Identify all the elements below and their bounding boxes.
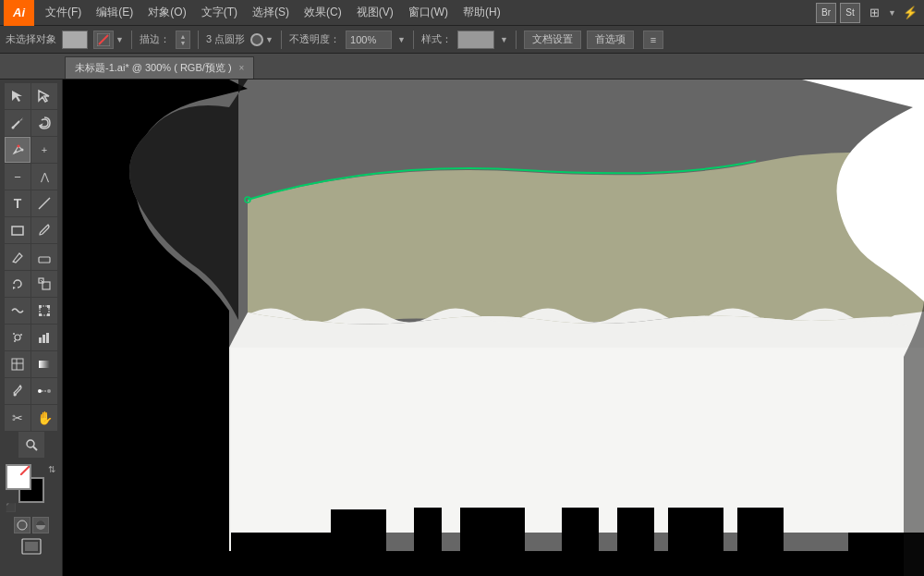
style-arrow: ▼ (500, 35, 508, 44)
menu-help[interactable]: 帮助(H) (456, 0, 508, 26)
no-selection-label: 未选择对象 (6, 32, 56, 46)
reset-colors-button[interactable]: ⬛ (6, 503, 16, 512)
svg-point-31 (14, 394, 17, 397)
eyedropper-tool[interactable] (5, 378, 30, 404)
stroke-width-control[interactable]: ▲ ▼ (176, 31, 190, 49)
search-icon[interactable]: ⚡ (900, 3, 920, 23)
svg-point-38 (18, 521, 27, 530)
rectangle-tool[interactable] (5, 217, 30, 243)
svg-point-4 (12, 127, 15, 129)
zoom-tool[interactable] (18, 432, 44, 458)
screen-mode-button[interactable] (21, 538, 42, 558)
normal-mode-button[interactable] (14, 517, 30, 533)
menu-file[interactable]: 文件(F) (38, 0, 89, 26)
point-type-dropdown[interactable]: ▼ (250, 33, 274, 46)
svg-line-7 (39, 198, 50, 209)
opacity-input[interactable] (346, 31, 392, 49)
sep5 (516, 31, 517, 49)
menu-object[interactable]: 对象(O) (140, 0, 193, 26)
svg-point-21 (13, 333, 15, 335)
stroke-swatch[interactable] (93, 31, 114, 49)
quick-mask-button[interactable] (32, 517, 49, 533)
direct-selection-tool[interactable] (31, 83, 57, 109)
scissors-tool[interactable]: ✂ (5, 405, 30, 431)
menu-items: 文件(F) 编辑(E) 对象(O) 文字(T) 选择(S) 效果(C) 视图(V… (38, 0, 816, 26)
column-graph-tool[interactable] (31, 325, 57, 350)
gradient-tool[interactable] (31, 351, 57, 377)
free-transform-tool[interactable] (31, 298, 57, 324)
preferences-button[interactable]: 首选项 (587, 31, 634, 49)
paintbrush-tool[interactable] (31, 217, 57, 243)
canvas-area[interactable] (63, 80, 924, 576)
canvas-svg (63, 80, 924, 576)
foreground-color-swatch[interactable] (6, 464, 31, 490)
svg-point-5 (18, 145, 20, 148)
svg-point-6 (21, 149, 24, 152)
svg-line-36 (33, 447, 37, 450)
svg-rect-17 (47, 305, 50, 308)
hand-tool[interactable]: ✋ (31, 405, 57, 431)
add-anchor-tool[interactable]: + (31, 137, 57, 163)
fill-arrow: ▼ (116, 35, 124, 44)
menu-type[interactable]: 文字(T) (194, 0, 245, 26)
menu-effect[interactable]: 效果(C) (297, 0, 349, 26)
svg-rect-8 (12, 227, 23, 235)
tab-close-button[interactable]: × (239, 63, 245, 73)
svg-rect-18 (39, 313, 42, 316)
tool-row-shapes (5, 217, 57, 243)
workspace-switcher[interactable]: ⊞ (864, 3, 884, 23)
warp-tool[interactable] (5, 298, 30, 324)
menu-select[interactable]: 选择(S) (245, 0, 297, 26)
lasso-tool[interactable] (31, 110, 57, 136)
fill-swatch[interactable] (62, 31, 88, 49)
symbol-spray-tool[interactable] (5, 325, 30, 350)
sep2 (198, 31, 199, 49)
menu-right-icons: Br St ⊞ ▼ ⚡ (816, 3, 920, 23)
doc-settings-button[interactable]: 文档设置 (524, 31, 581, 49)
rotate-tool[interactable] (5, 271, 30, 297)
menu-view[interactable]: 视图(V) (349, 0, 401, 26)
tool-row-warp (5, 298, 57, 324)
menu-window[interactable]: 窗口(W) (401, 0, 456, 26)
tool-row-zoom (18, 432, 44, 458)
color-mode-row (14, 517, 49, 533)
blend-tool[interactable] (31, 378, 57, 404)
stock-icon[interactable]: St (840, 3, 860, 23)
svg-rect-41 (25, 542, 38, 551)
type-tool[interactable]: T (5, 190, 30, 216)
tool-row-pen: + (5, 137, 57, 163)
svg-rect-25 (43, 335, 45, 343)
bridge-icon[interactable]: Br (816, 3, 836, 23)
more-options-button[interactable]: ≡ (643, 31, 663, 49)
opacity-arrow: ▼ (397, 35, 406, 44)
line-tool[interactable] (31, 190, 57, 216)
toolbar: + − ⋀ T (0, 80, 63, 576)
svg-rect-54 (63, 551, 924, 576)
swap-colors-button[interactable]: ⇅ (48, 464, 55, 474)
pencil-tool[interactable] (5, 244, 30, 270)
style-swatch[interactable] (457, 31, 494, 49)
svg-point-33 (47, 389, 51, 393)
scale-tool[interactable] (31, 271, 57, 297)
magic-wand-tool[interactable] (5, 110, 30, 136)
eraser-tool[interactable] (31, 244, 57, 270)
selection-tool[interactable] (5, 83, 30, 109)
tool-row-mesh (5, 351, 57, 377)
tab-title: 未标题-1.ai* @ 300% ( RGB/预览 ) (75, 61, 232, 75)
svg-line-37 (20, 466, 30, 475)
tool-row-wand (5, 110, 57, 136)
opacity-label: 不透明度： (289, 32, 340, 46)
convert-anchor-tool[interactable]: ⋀ (31, 164, 57, 190)
menu-bar: Ai 文件(F) 编辑(E) 对象(O) 文字(T) 选择(S) 效果(C) 视… (0, 0, 924, 26)
style-label: 样式： (421, 32, 452, 46)
svg-rect-50 (668, 508, 723, 554)
document-tab[interactable]: 未标题-1.ai* @ 300% ( RGB/预览 ) × (65, 56, 254, 79)
mesh-tool[interactable] (5, 351, 30, 377)
point-arrow: ▼ (265, 35, 274, 44)
options-bar: 未选择对象 ▼ 描边： ▲ ▼ 3 点圆形 ▼ 不透明度： ▼ 样式： ▼ 文档… (0, 26, 924, 54)
delete-anchor-tool[interactable]: − (5, 164, 30, 190)
menu-edit[interactable]: 编辑(E) (89, 0, 140, 26)
pen-tool[interactable] (5, 137, 30, 163)
tool-row-symbol (5, 325, 57, 350)
stroke-label: 描边： (140, 32, 170, 46)
